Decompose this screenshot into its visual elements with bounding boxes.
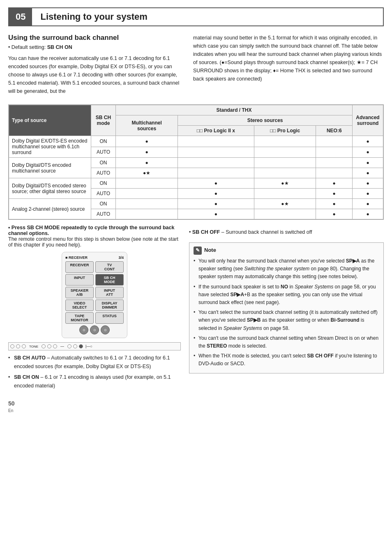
table-cell-advanced: ● — [353, 158, 383, 168]
table-row-source: Dolby Digital/DTS encoded stereo source;… — [9, 178, 91, 199]
remote-btn-tv-cont: TVCONT — [95, 261, 124, 273]
table-cell-pro_logic_x: ● — [178, 189, 254, 199]
remote-btn-display-dimmer: DISPLAYDIMMER — [95, 300, 124, 311]
table-cell-pro_logic_x: ● — [178, 178, 254, 189]
section-title: Using the surround back channel — [8, 34, 185, 42]
table-cell-advanced: ● — [353, 189, 383, 199]
remote-box: ■ RECEIVER 3/4 RECEIVER TVCONT INPUT SB … — [62, 252, 127, 338]
col-header-neo6: NEO:6 — [316, 126, 353, 136]
chapter-title: Listening to your system — [32, 8, 155, 25]
press-note: • Press SB CH MODE repeatedly to cycle t… — [8, 225, 181, 248]
remote-row-3: SPEAKERA/B INPUTATT — [65, 287, 124, 298]
table-cell-pro_logic: ●★ — [254, 199, 316, 209]
table-cell-pro_logic — [254, 147, 316, 158]
table-row-source: Dolby Digital/DTS encoded multichannel s… — [9, 158, 91, 178]
note-container: ✎ Note You will only hear the surround b… — [189, 242, 384, 373]
table-cell-mode: ON — [91, 199, 116, 209]
remote-btn-input-att: INPUTATT — [95, 287, 124, 298]
col-header-pro-logic-x: □□ Pro Logic II x — [178, 126, 254, 136]
remote-dial-btn-1: ⊙ — [79, 325, 88, 334]
table-cell-pro_logic: ●★ — [254, 178, 316, 189]
table-cell-neo6 — [316, 168, 353, 178]
page-number: 50 — [8, 400, 15, 407]
table-cell-pro_logic_x — [178, 136, 254, 147]
page-lang: En — [8, 408, 13, 413]
table-cell-multichannel — [116, 209, 178, 219]
remote-row-1: RECEIVER TVCONT — [65, 261, 124, 273]
remote-dial: ⊙ ⊙ ⊙ — [65, 325, 124, 334]
table-cell-neo6 — [316, 136, 353, 147]
disp-circle-4 — [42, 344, 46, 348]
sbch-off-desc: – Surround back channel is switched off — [221, 229, 312, 235]
chapter-number: 05 — [9, 8, 32, 25]
table-cell-multichannel — [116, 178, 178, 189]
col-header-pro-logic: □□ Pro Logic — [254, 126, 316, 136]
default-setting: • Default setting: SB CH ON — [8, 44, 185, 50]
table-cell-mode: ON — [91, 178, 116, 189]
disp-circle-5 — [47, 344, 51, 348]
disp-circle-3 — [22, 344, 26, 348]
table-cell-advanced: ● — [353, 209, 383, 219]
default-setting-value: SB CH ON — [47, 44, 72, 50]
option-on: SB CH ON – 6.1 or 7.1 encoding is always… — [8, 373, 181, 391]
disp-label-1: TONE — [29, 345, 38, 348]
table-cell-multichannel: ●★ — [116, 168, 178, 178]
display-strip: TONE — |—○ — [8, 342, 181, 350]
surround-table: Type of source SB CHmode Standard / THX … — [9, 105, 383, 219]
sbch-off-line: • SB CH OFF – Surround back channel is s… — [189, 228, 384, 237]
remote-btn-sbch-mode: SB CHMODE — [95, 274, 124, 286]
disp-circle-1 — [10, 344, 14, 348]
note-item: You can't select the surround back chann… — [194, 309, 379, 332]
bottom-content: • Press SB CH MODE repeatedly to cycle t… — [0, 220, 392, 397]
table-cell-pro_logic — [254, 168, 316, 178]
table-row-source: Analog 2-channel (stereo) source — [9, 199, 91, 219]
table-cell-advanced: ● — [353, 199, 383, 209]
table-cell-advanced: ● — [353, 136, 383, 147]
disp-circle-filled — [79, 344, 83, 348]
remote-header-right: 3/4 — [118, 256, 124, 260]
table-cell-pro_logic_x — [178, 158, 254, 168]
table-cell-advanced: ● — [353, 147, 383, 158]
remote-btn-speaker-ab: SPEAKERA/B — [65, 287, 94, 298]
note-item: When the THX mode is selected, you can't… — [194, 352, 379, 368]
table-cell-pro_logic — [254, 158, 316, 168]
sbch-off-label: SB CH OFF — [192, 229, 220, 235]
disp-circle-2 — [16, 344, 20, 348]
table-cell-multichannel: ● — [116, 158, 178, 168]
left-body-text: You can have the receiver automatically … — [8, 54, 185, 95]
bottom-right: • SB CH OFF – Surround back channel is s… — [189, 225, 384, 392]
surround-table-container: Type of source SB CHmode Standard / THX … — [8, 104, 384, 220]
table-cell-pro_logic — [254, 189, 316, 199]
note-list: You will only hear the surround back cha… — [194, 257, 379, 368]
table-cell-mode: AUTO — [91, 189, 116, 199]
disp-circle-6 — [53, 344, 57, 348]
disp-circle-8 — [73, 344, 77, 348]
note-item: If the surround back speaker is set to N… — [194, 283, 379, 307]
page-footer: 50 En — [0, 397, 392, 417]
table-row-source: Dolby Digital EX/DTS-ES encoded multicha… — [9, 136, 91, 158]
table-cell-neo6: ● — [316, 189, 353, 199]
table-cell-multichannel — [116, 189, 178, 199]
col-header-standard: Standard / THX — [116, 105, 353, 115]
table-cell-neo6: ● — [316, 209, 353, 219]
table-cell-advanced: ● — [353, 168, 383, 178]
table-cell-neo6: ● — [316, 199, 353, 209]
table-cell-multichannel — [116, 199, 178, 209]
col-header-sbch: SB CHmode — [91, 105, 116, 136]
bottom-left: • Press SB CH MODE repeatedly to cycle t… — [8, 225, 181, 392]
table-cell-pro_logic_x: ● — [178, 199, 254, 209]
remote-row-5: TAPEMONITOR STATUS — [65, 312, 124, 324]
remote-btn-video-select: VIDEOSELECT — [65, 300, 94, 311]
remote-image: ■ RECEIVER 3/4 RECEIVER TVCONT INPUT SB … — [8, 252, 181, 338]
col-header-source: Type of source — [9, 105, 91, 136]
note-icon: ✎ — [194, 247, 202, 255]
note-title-text: Note — [204, 246, 216, 255]
remote-header: ■ RECEIVER 3/4 — [65, 256, 124, 260]
disp-bracket: |—○ — [85, 344, 92, 348]
table-cell-mode: ON — [91, 158, 116, 168]
remote-dial-btn-2: ⊙ — [90, 325, 99, 334]
remote-btn-status: STATUS — [95, 312, 124, 324]
remote-row-2: INPUT SB CHMODE — [65, 274, 124, 286]
col-header-stereo: Stereo sources — [178, 115, 353, 126]
col-header-advanced: Advancedsurround — [353, 105, 383, 136]
